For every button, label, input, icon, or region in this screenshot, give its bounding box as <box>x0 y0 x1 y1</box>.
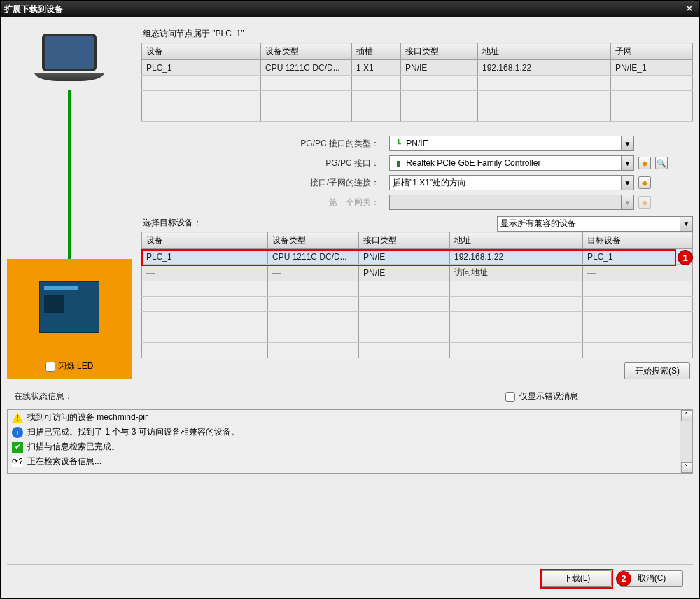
annotation-marker: 1 <box>678 250 693 265</box>
table-row[interactable]: PLC_1 CPU 1211C DC/D... 1 X1 PN/IE 192.1… <box>142 60 693 76</box>
conn-label: 接口/子网的连接： <box>141 177 379 189</box>
table-row <box>142 327 693 343</box>
gateway-select: ▼ <box>389 195 634 210</box>
table-row[interactable]: PLC_1 CPU 1211C DC/D... PN/IE 192.168.1.… <box>142 249 693 265</box>
show-errors-only-checkbox[interactable]: 仅显示错误消息 <box>505 390 578 402</box>
pgpc-type-select[interactable]: ┗ PN/IE ▼ <box>389 136 634 151</box>
col-subnet[interactable]: 子网 <box>611 43 693 60</box>
access-node-table: 设备 设备类型 插槽 接口类型 地址 子网 PLC_1 CPU 1211C DC… <box>141 43 693 122</box>
flash-led-input[interactable] <box>46 362 55 372</box>
target-device-table: 设备 设备类型 接口类型 地址 目标设备 PLC_1 CPU 1211C DC/… <box>141 232 693 358</box>
col-iface-type[interactable]: 接口类型 <box>359 232 450 249</box>
col-address[interactable]: 地址 <box>450 232 583 249</box>
flash-led-checkbox[interactable]: 闪烁 LED <box>46 360 94 372</box>
show-errors-only-label: 仅显示错误消息 <box>519 390 578 402</box>
col-device-type[interactable]: 设备类型 <box>268 232 359 249</box>
download-button[interactable]: 下载(L) <box>542 570 612 587</box>
compat-filter-select[interactable]: 显示所有兼容的设备 ▼ <box>497 216 693 232</box>
shield-icon[interactable]: ◆ <box>638 157 651 169</box>
titlebar: 扩展下载到设备 ✕ <box>1 1 699 17</box>
access-node-title: 组态访问节点属于 "PLC_1" <box>141 27 693 43</box>
col-address[interactable]: 地址 <box>478 43 611 60</box>
chevron-down-icon: ▼ <box>621 136 634 150</box>
start-search-button[interactable]: 开始搜索(S) <box>624 362 690 379</box>
list-item[interactable]: ✔扫描与信息检索已完成。 <box>8 439 680 454</box>
chevron-down-icon: ▼ <box>621 176 634 190</box>
search-iface-icon[interactable]: 🔍 <box>655 157 668 169</box>
shield-icon: ◆ <box>638 196 651 209</box>
select-target-label: 选择目标设备： <box>141 216 202 232</box>
network-icon: ┗ <box>393 138 404 149</box>
list-item[interactable]: !找到可访问的设备 mechmind-pir <box>8 410 680 425</box>
interface-settings: PG/PC 接口的类型： ┗ PN/IE ▼ PG/PC 接口： <box>141 136 693 210</box>
table-row <box>142 106 693 122</box>
dialog-title: 扩展下载到设备 <box>4 3 63 15</box>
download-dialog: 扩展下载到设备 ✕ 闪烁 LED 组态访问节点属于 "PLC_1" <box>0 0 700 599</box>
gateway-label: 第一个网关： <box>141 197 379 209</box>
scrollbar[interactable]: ˄ ˅ <box>680 410 692 473</box>
nic-icon: ▮ <box>393 157 404 169</box>
conn-select[interactable]: 插槽"1 X1"处的方向 ▼ <box>389 175 634 190</box>
show-errors-only-input[interactable] <box>505 392 515 402</box>
pgpc-iface-label: PG/PC 接口： <box>141 157 379 169</box>
annotation-marker: 2 <box>616 571 631 586</box>
loading-icon: ⟳? <box>12 456 23 467</box>
flash-led-label: 闪烁 LED <box>58 360 94 372</box>
table-row[interactable]: — — PN/IE 访问地址 — <box>142 265 693 281</box>
scroll-up-icon[interactable]: ˄ <box>681 410 692 421</box>
shield-icon[interactable]: ◆ <box>638 176 651 189</box>
table-row <box>142 76 693 91</box>
col-target-dev[interactable]: 目标设备 <box>583 232 693 249</box>
dialog-content: 闪烁 LED 组态访问节点属于 "PLC_1" 设备 设备类型 插槽 接口类型 … <box>1 17 699 598</box>
list-item[interactable]: i扫描已完成。找到了 1 个与 3 可访问设备相兼容的设备。 <box>8 425 680 439</box>
col-iface-type[interactable]: 接口类型 <box>401 43 478 60</box>
close-icon[interactable]: ✕ <box>683 3 696 15</box>
pgpc-iface-select[interactable]: ▮ Realtek PCIe GbE Family Controller ▼ <box>389 155 634 171</box>
scroll-down-icon[interactable]: ˅ <box>681 462 692 473</box>
table-row <box>142 281 693 297</box>
col-device-type[interactable]: 设备类型 <box>261 43 352 60</box>
plc-panel: 闪烁 LED <box>7 259 132 379</box>
pgpc-type-label: PG/PC 接口的类型： <box>141 138 379 150</box>
table-row <box>142 343 693 358</box>
plc-icon <box>39 281 99 333</box>
col-device[interactable]: 设备 <box>142 43 261 60</box>
check-icon: ✔ <box>12 442 23 453</box>
chevron-down-icon: ▼ <box>621 156 634 170</box>
chevron-down-icon: ▼ <box>621 195 634 209</box>
col-slot[interactable]: 插槽 <box>352 43 401 60</box>
table-row <box>142 91 693 106</box>
col-device[interactable]: 设备 <box>142 232 268 249</box>
chevron-down-icon: ▼ <box>680 217 692 231</box>
list-item[interactable]: ⟳?正在检索设备信息... <box>8 454 680 469</box>
dialog-footer: 下载(L) 2 取消(C) <box>7 564 693 592</box>
table-row <box>142 297 693 312</box>
info-icon: i <box>12 427 23 438</box>
laptop-icon <box>34 34 104 90</box>
left-graphic-column: 闪烁 LED <box>7 27 132 379</box>
online-status-label: 在线状态信息： <box>10 383 484 405</box>
table-row <box>142 312 693 327</box>
connection-line-icon <box>68 90 71 259</box>
warning-icon: ! <box>12 412 23 423</box>
status-log-list: !找到可访问的设备 mechmind-pir i扫描已完成。找到了 1 个与 3… <box>7 409 693 474</box>
